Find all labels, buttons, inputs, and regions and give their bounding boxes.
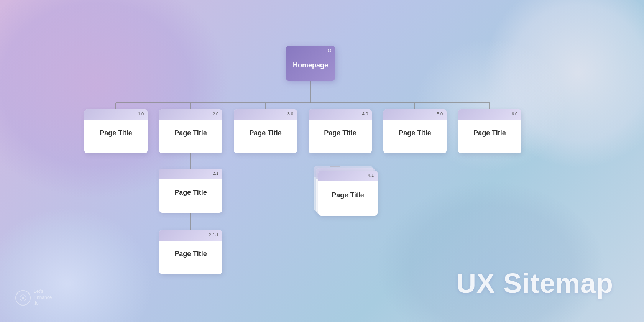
node-6-0-title: Page Title <box>473 129 506 137</box>
node-2-0[interactable]: 2.0 Page Title <box>159 109 222 153</box>
node-4-0-number: 4.0 <box>362 112 368 116</box>
node-5-0-title: Page Title <box>399 129 431 137</box>
node-2-1-number: 2.1 <box>213 171 219 176</box>
node-5-0[interactable]: 5.0 Page Title <box>383 109 447 153</box>
node-2-0-title: Page Title <box>174 129 207 137</box>
node-6-0[interactable]: 6.0 Page Title <box>458 109 521 153</box>
node-4-0-title: Page Title <box>324 129 356 137</box>
logo: Let'sEnhance.io <box>15 289 52 307</box>
node-6-0-number: 6.0 <box>512 112 518 116</box>
node-2-1-1-number: 2.1.1 <box>209 232 219 237</box>
node-1-0[interactable]: 1.0 Page Title <box>84 109 148 153</box>
node-2-1-title: Page Title <box>174 189 207 197</box>
node-5-0-number: 5.0 <box>437 112 443 116</box>
node-3-0[interactable]: 3.0 Page Title <box>234 109 297 153</box>
node-4-1-number: 4.1 <box>368 173 374 177</box>
node-1-0-number: 1.0 <box>138 112 144 116</box>
logo-circle <box>15 290 31 306</box>
node-1-0-title: Page Title <box>100 129 132 137</box>
node-2-0-number: 2.0 <box>213 112 219 116</box>
homepage-node[interactable]: 0.0 Homepage <box>286 46 335 80</box>
node-3-0-title: Page Title <box>249 129 282 137</box>
node-2-1-1[interactable]: 2.1.1 Page Title <box>159 230 222 274</box>
homepage-number: 0.0 <box>327 48 332 53</box>
node-4-1[interactable]: 4.1 Page Title <box>318 171 378 216</box>
node-2-1[interactable]: 2.1 Page Title <box>159 169 222 213</box>
homepage-title: Homepage <box>293 61 328 69</box>
node-4-0[interactable]: 4.0 Page Title <box>309 109 372 153</box>
node-2-1-1-title: Page Title <box>174 250 207 258</box>
svg-point-13 <box>22 297 24 299</box>
logo-text: Let'sEnhance.io <box>34 289 52 307</box>
logo-icon <box>19 294 27 302</box>
node-3-0-number: 3.0 <box>288 112 293 116</box>
ux-sitemap-title: UX Sitemap <box>456 268 613 299</box>
node-4-1-title: Page Title <box>332 191 364 199</box>
